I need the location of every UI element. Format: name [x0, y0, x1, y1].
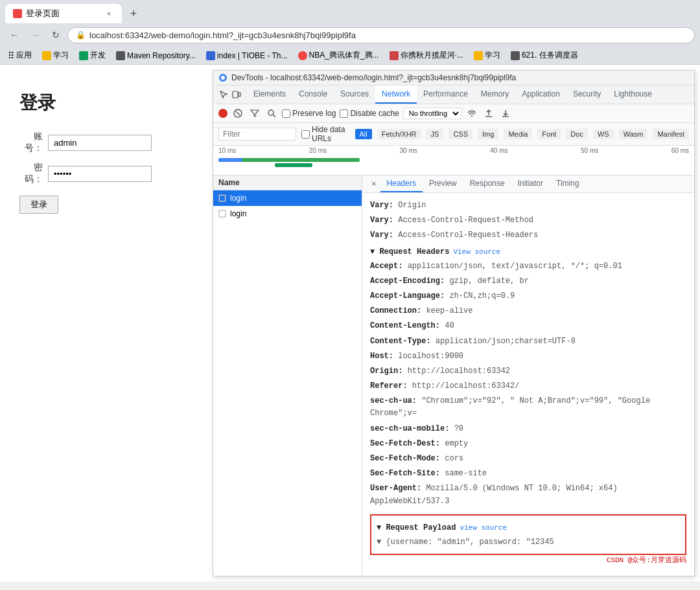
header-sec-ch-ua-mobile: sec-ch-ua-mobile: ?0 [370, 422, 686, 437]
disable-cache-checkbox[interactable]: Disable cache [340, 109, 399, 118]
bookmark-maven-label: Maven Repository... [127, 51, 196, 60]
filter-font[interactable]: Font [537, 129, 561, 139]
bookmark-nba-icon [298, 51, 307, 60]
bookmark-tiobe[interactable]: index | TIOBE - Th... [204, 50, 290, 62]
filter-fetch-xhr[interactable]: Fetch/XHR [377, 129, 421, 139]
detail-tabs: × Headers Preview Response Initiator Tim… [362, 176, 694, 193]
details-panel: Vary: Origin Vary: Access-Control-Reques… [362, 193, 694, 576]
detail-close-button[interactable]: × [368, 176, 380, 192]
back-button[interactable]: ← [5, 26, 23, 44]
address-bar[interactable]: 🔒 localhost:63342/web-demo/login.html?_i… [67, 27, 695, 43]
new-tab-button[interactable]: + [124, 5, 143, 23]
wifi-icon[interactable] [465, 107, 478, 120]
devtools-tabs: Elements Console Sources Network Perform… [213, 85, 694, 104]
tab-close-button[interactable]: × [104, 8, 114, 19]
tl-bar-teal [242, 158, 360, 162]
download-icon[interactable] [499, 107, 512, 120]
tab-memory[interactable]: Memory [474, 85, 515, 104]
bookmark-dev[interactable]: 开发 [76, 49, 108, 62]
svg-line-7 [273, 115, 275, 117]
details-container: × Headers Preview Response Initiator Tim… [362, 176, 694, 576]
filter-ws[interactable]: WS [593, 129, 614, 139]
bookmark-tiobe-icon [206, 51, 215, 60]
watermark-container: CSDN @众号:月芽道源码 [370, 555, 686, 571]
request-item-1[interactable]: login [213, 206, 362, 221]
clear-button[interactable] [231, 107, 244, 120]
filter-icon[interactable] [248, 107, 261, 120]
header-content-length: Content-Length: 40 [370, 319, 686, 334]
reload-button[interactable]: ↻ [47, 26, 65, 44]
filter-input[interactable] [218, 128, 296, 141]
record-button[interactable] [218, 109, 228, 118]
filter-js[interactable]: JS [426, 129, 444, 139]
request-headers-section: ▼ Request Headers View source [370, 244, 686, 259]
filter-all[interactable]: All [355, 129, 372, 139]
bookmark-621[interactable]: 621. 任务调度器 [508, 49, 581, 62]
bookmark-study2-icon [474, 51, 483, 60]
username-input[interactable] [48, 135, 152, 151]
login-section: 登录 账号： 密码： 登录 [0, 65, 207, 582]
tab-security[interactable]: Security [566, 85, 607, 104]
detail-tab-response[interactable]: Response [463, 176, 511, 192]
devtools-title-bar: DevTools - localhost:63342/web-demo/logi… [213, 71, 694, 85]
detail-tab-timing[interactable]: Timing [550, 176, 586, 192]
username-row: 账号： [19, 131, 188, 154]
browser-chrome: 登录页面 × + ← → ↻ 🔒 localhost:63342/web-dem… [0, 0, 700, 65]
payload-view-source-button[interactable]: view source [460, 524, 507, 532]
filter-doc[interactable]: Doc [566, 129, 588, 139]
login-title: 登录 [19, 91, 188, 115]
bookmarks-bar: ⠿ 应用 学习 开发 Maven Repository... index | T… [0, 47, 700, 65]
throttle-select[interactable]: No throttling [403, 108, 461, 119]
hide-data-urls-checkbox[interactable]: Hide data URLs [301, 125, 350, 143]
bookmark-621-label: 621. 任务调度器 [522, 50, 578, 61]
bookmark-star-icon [390, 51, 399, 60]
header-accept-language: Accept-Language: zh-CN,zh;q=0.9 [370, 289, 686, 304]
detail-tab-headers[interactable]: Headers [380, 176, 423, 192]
header-origin: Origin: http://localhost:63342 [370, 364, 686, 379]
network-toolbar: Preserve log Disable cache No throttling [213, 104, 694, 123]
filter-img[interactable]: Img [478, 129, 498, 139]
bookmark-study1-label: 学习 [53, 50, 69, 61]
detail-tab-initiator[interactable]: Initiator [511, 176, 550, 192]
svg-rect-10 [220, 196, 225, 201]
forward-button[interactable]: → [26, 26, 44, 44]
devtools-tab-icons [218, 89, 242, 100]
bookmark-study2[interactable]: 学习 [471, 49, 503, 62]
header-connection: Connection: keep-alive [370, 304, 686, 319]
timeline-ruler: 10 ms 20 ms 30 ms 40 ms 50 ms 60 ms [213, 146, 694, 155]
filter-media[interactable]: Media [504, 129, 532, 139]
tab-performance[interactable]: Performance [417, 85, 474, 104]
bookmark-maven[interactable]: Maven Repository... [113, 50, 198, 62]
inspect-icon[interactable] [218, 89, 229, 100]
address-text: localhost:63342/web-demo/login.html?_ijt… [89, 30, 356, 40]
tab-console[interactable]: Console [292, 85, 334, 104]
tab-network[interactable]: Network [375, 85, 417, 104]
request-item-0[interactable]: login [213, 190, 362, 206]
device-icon[interactable] [231, 89, 242, 100]
tab-favicon [13, 9, 22, 18]
browser-tab[interactable]: 登录页面 × [5, 4, 122, 23]
preserve-log-checkbox[interactable]: Preserve log [282, 109, 336, 118]
password-input[interactable] [48, 166, 152, 182]
bookmark-study1[interactable]: 学习 [40, 49, 71, 62]
view-source-button[interactable]: View source [453, 248, 500, 256]
svg-point-6 [268, 110, 274, 115]
tab-lighthouse[interactable]: Lighthouse [607, 85, 659, 104]
filter-manifest[interactable]: Manifest [653, 129, 689, 139]
filter-css[interactable]: CSS [449, 129, 472, 139]
bookmark-star[interactable]: 你携秋月揽星河·... [387, 49, 466, 62]
upload-icon[interactable] [482, 107, 495, 120]
devtools-title: DevTools - localhost:63342/web-demo/logi… [231, 73, 516, 82]
tab-sources[interactable]: Sources [334, 85, 375, 104]
bookmark-nba[interactable]: NBA_腾讯体育_腾... [296, 49, 382, 62]
tab-elements[interactable]: Elements [247, 85, 292, 104]
tab-application[interactable]: Application [515, 85, 566, 104]
header-sec-ch-ua: sec-ch-ua: "Chromium";v="92", " Not A;Br… [370, 394, 686, 421]
bookmark-apps[interactable]: ⠿ 应用 [5, 49, 34, 62]
detail-tab-preview[interactable]: Preview [423, 176, 463, 192]
search-icon[interactable] [265, 107, 278, 120]
bookmark-dev-label: 开发 [90, 50, 106, 61]
tab-title: 登录页面 [26, 8, 60, 19]
filter-wasm[interactable]: Wasm [619, 129, 648, 139]
login-button[interactable]: 登录 [19, 196, 58, 214]
